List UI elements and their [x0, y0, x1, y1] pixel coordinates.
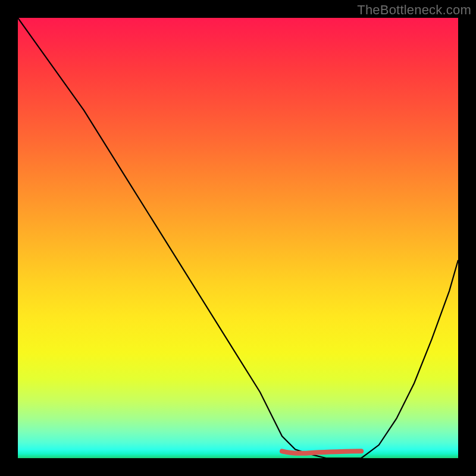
plot-area	[18, 18, 458, 458]
watermark-text: TheBottleneck.com	[357, 2, 471, 18]
optimal-floor-marker	[282, 451, 361, 453]
chart-frame: TheBottleneck.com	[0, 0, 476, 476]
bottleneck-curve-line	[18, 18, 458, 458]
chart-svg	[18, 18, 458, 458]
